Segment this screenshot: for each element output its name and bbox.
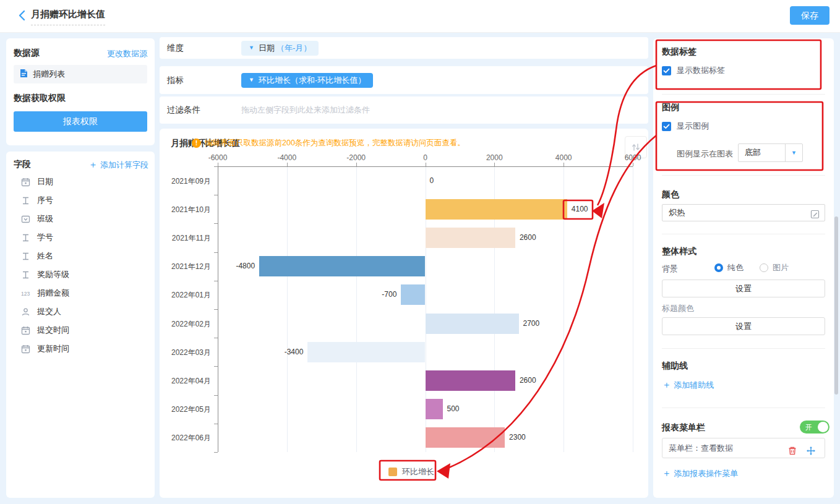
category-label: 2021年11月: [160, 233, 211, 244]
divider: [662, 234, 825, 234]
title-color-settings-button[interactable]: 设置: [662, 317, 825, 335]
divider: [662, 175, 825, 176]
bar: [426, 228, 515, 248]
chart-legend-item[interactable]: 环比增长: [388, 466, 434, 477]
datasource-item[interactable]: 捐赠列表: [14, 65, 147, 83]
background-solid-radio[interactable]: 纯色: [714, 262, 744, 273]
background-label: 背景: [662, 263, 678, 275]
y-axis-tick: [214, 395, 218, 396]
value-label: 2300: [509, 433, 526, 442]
y-axis-tick: [214, 223, 218, 224]
category-label: 2022年01月: [160, 290, 211, 301]
radio-selected-icon: [714, 263, 723, 272]
value-label: 0: [430, 176, 434, 185]
menu-item-row[interactable]: 菜单栏：查看数据: [662, 438, 825, 458]
grid-line: [356, 166, 357, 452]
style-section-title: 整体样式: [662, 246, 696, 257]
data-label-section-title: 数据标签: [662, 46, 696, 58]
value-label: -700: [366, 290, 396, 299]
bar: [426, 199, 567, 220]
filter-label: 过滤条件: [160, 105, 241, 116]
field-item-序号[interactable]: 序号: [14, 191, 147, 210]
background-settings-button[interactable]: 设置: [662, 280, 825, 297]
color-palette-input[interactable]: 炽热: [662, 204, 825, 221]
add-calc-field-link[interactable]: ＋ 添加计算字段: [88, 159, 148, 171]
caret-down-icon: ▼: [249, 45, 254, 51]
field-item-学号[interactable]: 学号: [14, 228, 147, 247]
datasource-card: 数据源 更改数据源 捐赠列表 数据获取权限 报表权限: [6, 38, 155, 145]
header-bar: 月捐赠环比增长值 保存: [0, 0, 840, 33]
field-item-奖励等级[interactable]: 奖励等级: [14, 265, 147, 284]
divider: [662, 408, 825, 408]
divider: [662, 94, 825, 95]
report-permission-button[interactable]: 报表权限: [14, 111, 147, 132]
field-item-班级[interactable]: 班级: [14, 210, 147, 228]
y-axis-tick: [214, 281, 218, 281]
add-report-menu-link[interactable]: ＋ 添加报表操作菜单: [662, 468, 738, 479]
color-section-title: 颜色: [662, 189, 679, 200]
add-guideline-link[interactable]: ＋ 添加辅助线: [662, 379, 714, 391]
show-data-label-checkbox[interactable]: 显示数据标签: [662, 65, 725, 76]
move-icon[interactable]: [806, 443, 816, 463]
filter-row[interactable]: 过滤条件 拖动左侧字段到此处来添加过滤条件: [160, 96, 648, 124]
y-axis-line: [218, 166, 218, 452]
radio-unselected-icon: [760, 263, 768, 272]
y-axis-tick: [214, 195, 218, 195]
plus-icon: ＋: [88, 159, 100, 169]
metric-tag[interactable]: ▼ 环比增长（求和-环比增长值）: [241, 73, 373, 88]
settings-panel: 数据标签 显示数据标签 图例 显示图例 图例显示在图表 底部 ▼ 颜色 炽热 整…: [653, 38, 834, 498]
field-item-更新时间[interactable]: 更新时间: [14, 340, 147, 358]
legend-swatch-icon: [388, 468, 397, 476]
show-legend-checkbox[interactable]: 显示图例: [662, 121, 709, 132]
report-menu-section-title: 报表菜单栏: [662, 422, 705, 434]
plus-icon: ＋: [662, 468, 674, 478]
delete-icon[interactable]: [787, 443, 797, 463]
grid-line: [633, 166, 633, 452]
background-image-radio[interactable]: 图片: [760, 262, 789, 273]
calendar-icon: [21, 326, 32, 335]
report-menu-toggle[interactable]: 开: [800, 421, 829, 434]
y-axis-tick: [214, 166, 218, 167]
y-axis-tick: [214, 366, 218, 367]
y-axis-tick: [214, 309, 218, 310]
legend-position-label: 图例显示在图表: [677, 148, 733, 160]
chevron-left-icon: [16, 9, 28, 22]
save-button[interactable]: 保存: [790, 6, 829, 25]
person-icon: [21, 307, 32, 317]
divider: [662, 348, 825, 349]
page-title[interactable]: 月捐赠环比增长值: [31, 9, 105, 25]
number-icon: 123: [21, 289, 32, 298]
text-icon: [21, 233, 32, 242]
bar: [426, 370, 515, 391]
legend-section-title: 图例: [662, 102, 679, 113]
x-axis-tick-label: 6000: [625, 153, 641, 162]
calendar-icon: [21, 344, 32, 354]
field-item-姓名[interactable]: 姓名: [14, 247, 147, 265]
select-icon: [21, 215, 32, 224]
x-axis-tick-label: 2000: [486, 153, 503, 162]
bar: [259, 256, 425, 276]
title-color-label: 标题颜色: [662, 303, 694, 314]
field-item-捐赠金额[interactable]: 123捐赠金额: [14, 284, 147, 302]
x-axis-line: [218, 166, 633, 167]
scrollbar-thumb[interactable]: [834, 216, 838, 395]
dimension-tag[interactable]: ▼ 日期 （年-月）: [241, 41, 319, 56]
bar: [401, 284, 425, 305]
back-button[interactable]: [16, 9, 28, 22]
dimension-row: 维度 ▼ 日期 （年-月）: [160, 37, 648, 59]
edit-icon[interactable]: [810, 208, 820, 224]
value-label: 2600: [520, 376, 536, 385]
toggle-knob: [818, 422, 828, 432]
chart-preview-card: 月捐赠环比增长值 ! 编辑界面只取数据源前200条作为查询数据预览，完整数据请访…: [160, 129, 648, 498]
category-label: 2022年06月: [160, 433, 211, 443]
field-item-提交时间[interactable]: 提交时间: [14, 321, 147, 340]
grid-line: [287, 166, 288, 452]
metric-row: 指标 ▼ 环比增长（求和-环比增长值）: [160, 66, 648, 94]
x-axis-tick-label: -4000: [277, 153, 296, 162]
change-datasource-link[interactable]: 更改数据源: [107, 48, 147, 59]
field-item-日期[interactable]: 日期: [14, 173, 147, 191]
field-item-提交人[interactable]: 提交人: [14, 302, 147, 321]
value-label: 500: [447, 404, 460, 413]
legend-position-select[interactable]: 底部 ▼: [738, 143, 803, 162]
bar: [426, 427, 505, 448]
